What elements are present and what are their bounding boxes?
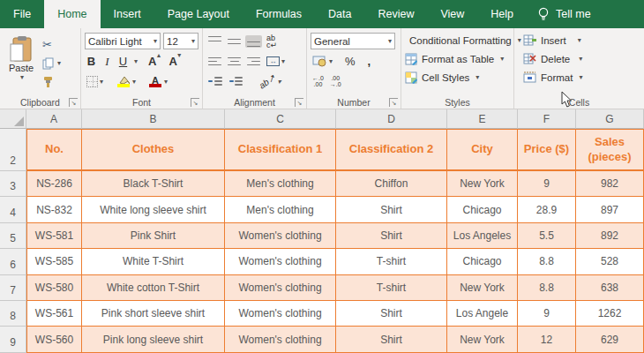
- font-size-combo[interactable]: 12▾: [163, 33, 198, 49]
- cell-c3[interactable]: Men's clothing: [225, 171, 336, 197]
- cell-b8[interactable]: Pink short sleeve shirt: [82, 301, 225, 327]
- cell-b5[interactable]: Pink Shirt: [82, 223, 225, 249]
- tell-me[interactable]: Tell me: [527, 0, 602, 28]
- header-cell-classification-1[interactable]: Classification 1: [225, 129, 336, 171]
- cell-b3[interactable]: Black T-Shirt: [82, 171, 225, 197]
- column-header-b[interactable]: B: [82, 109, 225, 129]
- number-dialog-launcher[interactable]: ↘: [389, 98, 398, 107]
- tab-page-layout[interactable]: Page Layout: [154, 0, 243, 28]
- paste-dropdown-arrow[interactable]: ▾: [20, 73, 24, 81]
- cell-c7[interactable]: Women's clothing: [225, 275, 336, 301]
- tab-review[interactable]: Review: [364, 0, 427, 28]
- increase-decimal-button[interactable]: ←.0 .00: [311, 74, 326, 88]
- format-cells-button[interactable]: Format▾: [523, 68, 640, 86]
- cell-f6[interactable]: 8.8: [518, 249, 576, 274]
- row-header-6[interactable]: 6: [0, 249, 26, 274]
- cell-g7[interactable]: 638: [576, 275, 644, 301]
- cut-button[interactable]: ✂: [42, 37, 61, 52]
- underline-dropdown-arrow[interactable]: ▾: [134, 57, 138, 65]
- cell-f3[interactable]: 9: [518, 171, 576, 197]
- cell-g8[interactable]: 1262: [576, 301, 644, 327]
- percent-style-button[interactable]: %: [345, 55, 356, 68]
- cell-c5[interactable]: Women's clothing: [225, 223, 336, 249]
- cell-a9[interactable]: WS-560: [26, 327, 82, 352]
- bold-button[interactable]: B: [85, 55, 98, 68]
- copy-button[interactable]: ▾: [42, 56, 61, 71]
- accounting-format-button[interactable]: ▾: [311, 55, 334, 68]
- cell-d4[interactable]: Shirt: [336, 197, 447, 222]
- cell-g9[interactable]: 629: [576, 327, 644, 352]
- cell-e9[interactable]: New York: [447, 327, 518, 352]
- font-name-combo[interactable]: Calibri Light▾: [85, 33, 161, 49]
- column-header-d[interactable]: D: [336, 109, 447, 129]
- cell-g3[interactable]: 982: [576, 171, 644, 197]
- format-as-table-button[interactable]: Format as Table▾: [405, 49, 510, 68]
- comma-style-button[interactable]: ,: [368, 55, 371, 68]
- borders-button[interactable]: ▾: [85, 75, 105, 88]
- decrease-indent-button[interactable]: [206, 75, 224, 87]
- tab-file[interactable]: File: [0, 0, 44, 28]
- increase-indent-button[interactable]: [227, 75, 244, 87]
- column-header-a[interactable]: A: [26, 109, 82, 129]
- cell-g5[interactable]: 892: [576, 223, 644, 249]
- cell-c4[interactable]: Men's clothing: [225, 197, 336, 222]
- tab-home[interactable]: Home: [44, 0, 100, 28]
- column-header-f[interactable]: F: [518, 109, 576, 129]
- cell-a6[interactable]: WS-585: [26, 249, 82, 274]
- top-align-button[interactable]: [206, 35, 223, 48]
- cell-f9[interactable]: 12: [518, 327, 576, 352]
- cell-f4[interactable]: 28.9: [518, 197, 576, 222]
- header-cell-classification-2[interactable]: Classification 2: [336, 129, 447, 171]
- cell-b9[interactable]: Pink long sleeve shirt: [82, 327, 225, 352]
- column-header-g[interactable]: G: [576, 109, 644, 129]
- merge-center-button[interactable]: ↔ ▾: [265, 56, 287, 67]
- cell-e8[interactable]: Los Angele: [447, 301, 518, 327]
- cell-b4[interactable]: White long sleeve shirt: [82, 197, 225, 222]
- cell-a5[interactable]: WS-581: [26, 223, 82, 249]
- cell-b7[interactable]: White cotton T-Shirt: [82, 275, 225, 301]
- header-cell-sales[interactable]: Sales (pieces): [576, 129, 644, 171]
- cell-styles-button[interactable]: Cell Styles▾: [405, 68, 510, 86]
- underline-button[interactable]: U: [116, 55, 130, 68]
- align-right-button[interactable]: [245, 56, 262, 68]
- cell-f8[interactable]: 9: [518, 301, 576, 327]
- cell-a8[interactable]: WS-561: [26, 301, 82, 327]
- conditional-formatting-button[interactable]: = Conditional Formatting▾: [405, 31, 510, 49]
- cell-d6[interactable]: T-shirt: [336, 249, 447, 274]
- format-painter-button[interactable]: [42, 74, 61, 89]
- cell-c8[interactable]: Women's clothing: [225, 301, 336, 327]
- font-color-button[interactable]: A ▾: [146, 75, 169, 88]
- tab-formulas[interactable]: Formulas: [243, 0, 315, 28]
- cell-e4[interactable]: Chicago: [447, 197, 518, 222]
- middle-align-button[interactable]: [226, 35, 243, 48]
- row-header-9[interactable]: 9: [0, 327, 26, 352]
- wrap-text-button[interactable]: abc↵: [265, 34, 279, 49]
- row-header-5[interactable]: 5: [0, 223, 26, 249]
- row-header-3[interactable]: 3: [0, 171, 26, 197]
- cell-a4[interactable]: NS-832: [26, 197, 82, 222]
- number-format-combo[interactable]: General▾: [311, 33, 395, 49]
- header-cell-clothes[interactable]: Clothes: [82, 129, 225, 171]
- cell-c9[interactable]: Women's clothing: [225, 327, 336, 352]
- column-header-c[interactable]: C: [225, 109, 336, 129]
- tab-help[interactable]: Help: [477, 0, 527, 28]
- bottom-align-button[interactable]: [245, 35, 262, 48]
- alignment-dialog-launcher[interactable]: ↘: [295, 98, 303, 107]
- row-header-8[interactable]: 8: [0, 301, 26, 327]
- tab-view[interactable]: View: [427, 0, 477, 28]
- fill-color-button[interactable]: ▾: [115, 75, 138, 88]
- cell-e7[interactable]: New York: [447, 275, 518, 301]
- cell-b6[interactable]: White T-Shirt: [82, 249, 225, 274]
- cell-e6[interactable]: Chicago: [447, 249, 518, 274]
- column-header-e[interactable]: E: [447, 109, 518, 129]
- cell-d9[interactable]: Shirt: [336, 327, 447, 352]
- font-dialog-launcher[interactable]: ↘: [191, 98, 199, 107]
- cell-f5[interactable]: 5.5: [518, 223, 576, 249]
- decrease-font-size-button[interactable]: A▼: [168, 55, 176, 68]
- cell-f7[interactable]: 8.8: [518, 275, 576, 301]
- cell-e3[interactable]: New York: [447, 171, 518, 197]
- row-header-2[interactable]: 2: [0, 129, 26, 171]
- insert-cells-button[interactable]: Insert▾: [523, 31, 640, 49]
- tab-data[interactable]: Data: [315, 0, 364, 28]
- header-cell-no[interactable]: No.: [26, 129, 82, 171]
